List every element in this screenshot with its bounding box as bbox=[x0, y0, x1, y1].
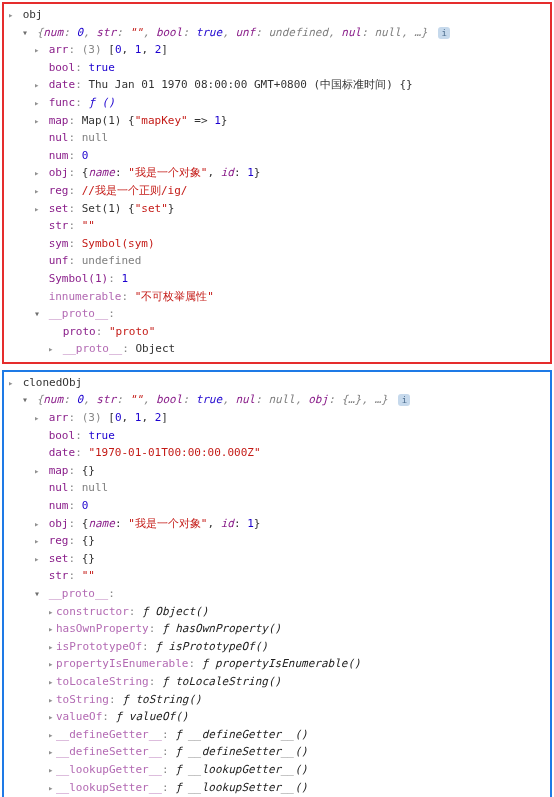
proto-method-val: ƒ isPrototypeOf() bbox=[155, 640, 268, 653]
proto-method-key: toString bbox=[56, 693, 109, 706]
proto-method-line[interactable]: toLocaleString: ƒ toLocaleString() bbox=[4, 673, 550, 691]
proto-method-key: toLocaleString bbox=[56, 675, 149, 688]
obj-proto-inner-line[interactable]: __proto__: Object bbox=[4, 340, 550, 358]
caret-icon bbox=[34, 182, 42, 200]
caret-icon bbox=[48, 691, 56, 709]
proto-method-val: ƒ valueOf() bbox=[116, 710, 189, 723]
caret-icon bbox=[34, 409, 42, 427]
obj-nul-line[interactable]: nul: null bbox=[4, 129, 550, 147]
obj-proto-proto-line[interactable]: proto: "proto" bbox=[4, 323, 550, 341]
cloned-root-line[interactable]: clonedObj bbox=[4, 374, 550, 392]
proto-method-val: ƒ __lookupGetter__() bbox=[175, 763, 307, 776]
cloned-num-line[interactable]: num: 0 bbox=[4, 497, 550, 515]
obj-proto-line[interactable]: __proto__: bbox=[4, 305, 550, 323]
proto-method-val: ƒ Object() bbox=[142, 605, 208, 618]
caret-down-icon bbox=[34, 305, 42, 323]
proto-method-key: __defineSetter__ bbox=[56, 745, 162, 758]
obj-bool-line[interactable]: bool: true bbox=[4, 59, 550, 77]
obj-summary: {num: 0, str: "", bool: true, unf: undef… bbox=[37, 26, 428, 39]
info-icon[interactable]: i bbox=[438, 27, 450, 39]
obj-num-line[interactable]: num: 0 bbox=[4, 147, 550, 165]
obj-obj-line[interactable]: obj: {name: "我是一个对象", id: 1} bbox=[4, 164, 550, 182]
obj-root-line[interactable]: obj bbox=[4, 6, 550, 24]
cloned-reg-line[interactable]: reg: {} bbox=[4, 532, 550, 550]
caret-icon bbox=[34, 200, 42, 218]
caret-icon bbox=[48, 603, 56, 621]
caret-down-icon bbox=[34, 585, 42, 603]
obj-set-line[interactable]: set: Set(1) {"set"} bbox=[4, 200, 550, 218]
proto-method-key: __defineGetter__ bbox=[56, 728, 162, 741]
caret-icon bbox=[34, 41, 42, 59]
cloned-set-line[interactable]: set: {} bbox=[4, 550, 550, 568]
clonedobj-panel: clonedObj {num: 0, str: "", bool: true, … bbox=[2, 370, 552, 797]
cloned-obj-line[interactable]: obj: {name: "我是一个对象", id: 1} bbox=[4, 515, 550, 533]
cloned-date-line[interactable]: date: "1970-01-01T00:00:00.000Z" bbox=[4, 444, 550, 462]
cloned-bool-line[interactable]: bool: true bbox=[4, 427, 550, 445]
caret-icon bbox=[34, 112, 42, 130]
obj-map-line[interactable]: map: Map(1) {"mapKey" => 1} bbox=[4, 112, 550, 130]
arr-preview: [0, 1, 2] bbox=[108, 411, 168, 424]
obj-reg-line[interactable]: reg: //我是一个正则/ig/ bbox=[4, 182, 550, 200]
cloned-obj-preview: {name: "我是一个对象", id: 1} bbox=[82, 517, 261, 530]
proto-method-line[interactable]: isPrototypeOf: ƒ isPrototypeOf() bbox=[4, 638, 550, 656]
caret-icon bbox=[8, 6, 16, 24]
obj-func-line[interactable]: func: ƒ () bbox=[4, 94, 550, 112]
proto-method-key: isPrototypeOf bbox=[56, 640, 142, 653]
proto-method-line[interactable]: __lookupGetter__: ƒ __lookupGetter__() bbox=[4, 761, 550, 779]
proto-method-val: ƒ toLocaleString() bbox=[162, 675, 281, 688]
cloned-map-line[interactable]: map: {} bbox=[4, 462, 550, 480]
caret-icon bbox=[48, 761, 56, 779]
proto-method-key: valueOf bbox=[56, 710, 102, 723]
proto-method-val: ƒ __defineSetter__() bbox=[175, 745, 307, 758]
caret-icon bbox=[34, 532, 42, 550]
caret-down-icon bbox=[22, 391, 30, 409]
map-value: Map(1) {"mapKey" => 1} bbox=[82, 114, 228, 127]
obj-str-line[interactable]: str: "" bbox=[4, 217, 550, 235]
obj-arr-line[interactable]: arr: (3) [0, 1, 2] bbox=[4, 41, 550, 59]
caret-icon bbox=[34, 550, 42, 568]
cloned-arr-line[interactable]: arr: (3) [0, 1, 2] bbox=[4, 409, 550, 427]
obj-date-line[interactable]: date: Thu Jan 01 1970 08:00:00 GMT+0800 … bbox=[4, 76, 550, 94]
proto-method-val: ƒ toString() bbox=[122, 693, 201, 706]
obj-sym-line[interactable]: sym: Symbol(sym) bbox=[4, 235, 550, 253]
caret-icon bbox=[34, 515, 42, 533]
arr-preview: [0, 1, 2] bbox=[108, 43, 168, 56]
caret-icon bbox=[34, 164, 42, 182]
obj-summary-line[interactable]: {num: 0, str: "", bool: true, unf: undef… bbox=[4, 24, 550, 42]
obj-panel: obj {num: 0, str: "", bool: true, unf: u… bbox=[2, 2, 552, 364]
caret-icon bbox=[48, 708, 56, 726]
cloned-str-line[interactable]: str: "" bbox=[4, 567, 550, 585]
caret-icon bbox=[48, 779, 56, 797]
proto-method-line[interactable]: propertyIsEnumerable: ƒ propertyIsEnumer… bbox=[4, 655, 550, 673]
obj-innum-line[interactable]: innumerable: "不可枚举属性" bbox=[4, 288, 550, 306]
caret-icon bbox=[34, 76, 42, 94]
obj-unf-line[interactable]: unf: undefined bbox=[4, 252, 550, 270]
obj-sym1-line[interactable]: Symbol(1): 1 bbox=[4, 270, 550, 288]
proto-method-line[interactable]: __lookupSetter__: ƒ __lookupSetter__() bbox=[4, 779, 550, 797]
obj-obj-preview: {name: "我是一个对象", id: 1} bbox=[82, 166, 261, 179]
caret-icon bbox=[34, 462, 42, 480]
proto-method-line[interactable]: valueOf: ƒ valueOf() bbox=[4, 708, 550, 726]
obj-var-name: obj bbox=[23, 8, 43, 21]
proto-method-line[interactable]: toString: ƒ toString() bbox=[4, 691, 550, 709]
caret-icon bbox=[48, 340, 56, 358]
caret-icon bbox=[34, 94, 42, 112]
proto-method-line[interactable]: hasOwnProperty: ƒ hasOwnProperty() bbox=[4, 620, 550, 638]
cloned-nul-line[interactable]: nul: null bbox=[4, 479, 550, 497]
caret-icon bbox=[48, 726, 56, 744]
proto-method-val: ƒ propertyIsEnumerable() bbox=[202, 657, 361, 670]
proto-method-val: ƒ __defineGetter__() bbox=[175, 728, 307, 741]
proto-method-key: propertyIsEnumerable bbox=[56, 657, 188, 670]
proto-method-line[interactable]: constructor: ƒ Object() bbox=[4, 603, 550, 621]
set-value: Set(1) {"set"} bbox=[82, 202, 175, 215]
proto-method-line[interactable]: __defineGetter__: ƒ __defineGetter__() bbox=[4, 726, 550, 744]
proto-method-key: __lookupGetter__ bbox=[56, 763, 162, 776]
caret-icon bbox=[48, 673, 56, 691]
proto-method-line[interactable]: __defineSetter__: ƒ __defineSetter__() bbox=[4, 743, 550, 761]
cloned-summary-line[interactable]: {num: 0, str: "", bool: true, nul: null,… bbox=[4, 391, 550, 409]
caret-icon bbox=[48, 620, 56, 638]
cloned-proto-line[interactable]: __proto__: bbox=[4, 585, 550, 603]
info-icon[interactable]: i bbox=[398, 394, 410, 406]
caret-icon bbox=[8, 374, 16, 392]
caret-down-icon bbox=[22, 24, 30, 42]
